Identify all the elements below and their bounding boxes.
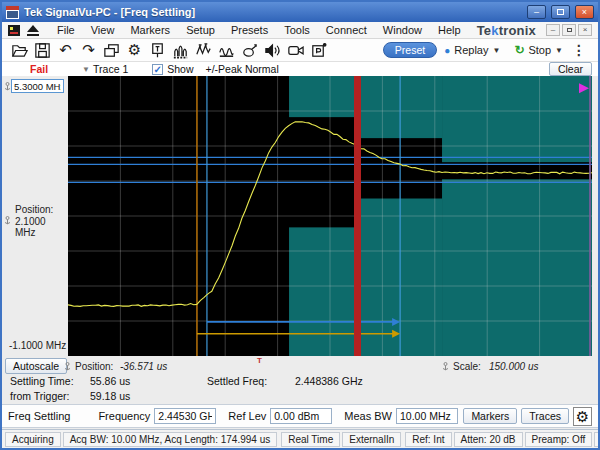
status-bar: Acquiring Acq BW: 10.00 MHz, Acq Length:… bbox=[2, 429, 598, 448]
redo-icon[interactable]: ↷ bbox=[77, 40, 100, 61]
pass-fail-status: Fail bbox=[30, 63, 48, 75]
text-marker-icon[interactable] bbox=[146, 40, 169, 61]
anchor-icon[interactable] bbox=[4, 216, 11, 227]
menu-markers[interactable]: Markers bbox=[122, 23, 178, 37]
menu-setup[interactable]: Setup bbox=[178, 23, 223, 37]
trace-selector[interactable]: Trace 1 bbox=[93, 63, 128, 75]
displays-icon[interactable] bbox=[100, 40, 123, 61]
save-icon[interactable] bbox=[31, 40, 54, 61]
x-scale-value[interactable]: 150.000 us bbox=[489, 361, 539, 372]
time-overview-icon[interactable] bbox=[215, 40, 238, 61]
x-scale-label: Scale: bbox=[453, 361, 481, 372]
status-ref: Ref: Int bbox=[405, 432, 451, 447]
autoscale-button[interactable]: Autoscale bbox=[5, 358, 67, 374]
status-preamp: Preamp: Off bbox=[525, 432, 593, 447]
meas-bw-input[interactable] bbox=[396, 408, 458, 424]
meas-bw-label: Meas BW bbox=[344, 410, 392, 422]
mask-region bbox=[442, 179, 592, 356]
show-checkbox[interactable]: ✓ bbox=[152, 64, 163, 75]
menu-bar: File View Markers Setup Presets Tools Co… bbox=[2, 22, 598, 39]
settling-time-value: 55.86 us bbox=[90, 375, 130, 387]
settled-freq-value: 2.448386 GHz bbox=[295, 375, 363, 387]
detection-mode-label: +/-Peak Normal bbox=[206, 63, 279, 75]
stop-button[interactable]: ↻Stop▼ bbox=[507, 43, 570, 57]
replay-dot-icon: ● bbox=[444, 45, 450, 56]
stop-dropdown-icon[interactable]: ▼ bbox=[555, 46, 563, 55]
preset-button[interactable]: Preset bbox=[383, 42, 437, 58]
window-title: Tek SignalVu-PC - [Freq Settling] bbox=[24, 6, 522, 18]
app-icon bbox=[6, 6, 19, 19]
mask-region bbox=[442, 76, 592, 162]
settings-gear-icon[interactable]: ⚙ bbox=[123, 40, 146, 61]
eject-icon[interactable] bbox=[27, 25, 39, 36]
app-window: Tek SignalVu-PC - [Freq Settling] – × Fi… bbox=[0, 0, 600, 450]
spectrogram-icon[interactable] bbox=[169, 40, 192, 61]
replay-button[interactable]: ●Replay▼ bbox=[437, 44, 507, 56]
audio-icon[interactable] bbox=[261, 40, 284, 61]
minimize-button[interactable]: – bbox=[527, 5, 546, 19]
settling-plot[interactable] bbox=[68, 76, 592, 356]
clear-button[interactable]: Clear bbox=[549, 62, 592, 76]
title-bar: Tek SignalVu-PC - [Freq Settling] – × bbox=[2, 2, 598, 22]
from-trigger-label: from Trigger: bbox=[10, 390, 70, 402]
status-external-in: ExternalIn bbox=[342, 432, 401, 447]
menu-file[interactable]: File bbox=[49, 23, 83, 37]
mdi-restore-button[interactable] bbox=[562, 24, 576, 36]
frequency-input[interactable] bbox=[154, 408, 216, 424]
bottom-scale-value: -1.1000 MHz bbox=[9, 340, 66, 351]
show-label: Show bbox=[167, 63, 193, 75]
settled-freq-label: Settled Freq: bbox=[207, 375, 267, 387]
menu-help[interactable]: Help bbox=[430, 23, 469, 37]
maximize-button[interactable] bbox=[551, 5, 570, 19]
results-panel: Settling Time: 55.86 us Settled Freq: 2.… bbox=[2, 374, 598, 404]
mdi-app-icon[interactable] bbox=[8, 24, 21, 37]
menu-view[interactable]: View bbox=[83, 23, 123, 37]
tool-bar: ↶ ↷ ⚙ Preset ●Replay▼ ↻Stop▼ ⋮ bbox=[2, 39, 598, 62]
undo-icon[interactable]: ↶ bbox=[54, 40, 77, 61]
trace-dropdown-icon[interactable]: ▼ bbox=[82, 65, 90, 74]
maximize-icon bbox=[557, 9, 564, 15]
markers-button[interactable]: Markers bbox=[463, 408, 517, 424]
measurement-title: Freq Settling bbox=[8, 410, 70, 422]
status-real-time: Real Time bbox=[281, 432, 340, 447]
settings-bar: Freq Settling Frequency Ref Lev Meas BW … bbox=[2, 404, 598, 428]
restore-icon bbox=[567, 28, 572, 32]
mdi-minimize-button[interactable]: – bbox=[546, 24, 560, 36]
tektronix-logo: Tektronix bbox=[477, 23, 536, 38]
from-trigger-value: 59.18 us bbox=[90, 390, 130, 402]
preset-plus-icon[interactable] bbox=[307, 40, 330, 61]
mdi-close-button[interactable]: × bbox=[578, 24, 592, 36]
pan-icon[interactable] bbox=[238, 40, 261, 61]
menu-presets[interactable]: Presets bbox=[223, 23, 276, 37]
anchor-icon[interactable] bbox=[64, 362, 71, 373]
menu-window[interactable]: Window bbox=[375, 23, 430, 37]
settling-time-label: Settling Time: bbox=[10, 375, 74, 387]
position-value[interactable]: 2.1000 MHz bbox=[15, 216, 68, 238]
menu-tools[interactable]: Tools bbox=[276, 23, 318, 37]
ref-lev-input[interactable] bbox=[270, 408, 332, 424]
violation-bar bbox=[354, 76, 361, 356]
status-tg: TG: Off bbox=[594, 432, 600, 447]
overflow-menu-icon[interactable]: ⋮ bbox=[570, 42, 592, 58]
vertical-scale-panel: Position: 2.1000 MHz -1.1000 MHz bbox=[2, 76, 68, 358]
stop-refresh-icon: ↻ bbox=[514, 43, 524, 57]
menu-connect[interactable]: Connect bbox=[318, 23, 375, 37]
top-scale-input[interactable] bbox=[11, 79, 64, 93]
peak-markers-icon[interactable] bbox=[192, 40, 215, 61]
open-file-icon[interactable] bbox=[8, 40, 31, 61]
close-button[interactable]: × bbox=[575, 5, 594, 19]
camera-icon[interactable] bbox=[284, 40, 307, 61]
traces-button[interactable]: Traces bbox=[521, 408, 569, 424]
ref-lev-label: Ref Lev bbox=[228, 410, 266, 422]
frequency-label: Frequency bbox=[98, 410, 150, 422]
status-atten: Atten: 20 dB bbox=[454, 432, 523, 447]
x-axis-bar: Autoscale Position: -36.571 us Scale: 15… bbox=[2, 358, 598, 374]
replay-dropdown-icon[interactable]: ▼ bbox=[492, 46, 500, 55]
anchor-icon[interactable] bbox=[442, 362, 449, 373]
anchor-icon[interactable] bbox=[4, 82, 11, 93]
position-label: Position: bbox=[15, 204, 53, 215]
trace-bar: Fail ▼ Trace 1 ✓ Show +/-Peak Normal Cle… bbox=[2, 62, 598, 76]
x-position-value[interactable]: -36.571 us bbox=[120, 361, 167, 372]
display-settings-gear-icon[interactable]: ⚙ bbox=[573, 407, 592, 426]
status-acq-bw-length: Acq BW: 10.00 MHz, Acq Length: 174.994 u… bbox=[63, 432, 278, 447]
